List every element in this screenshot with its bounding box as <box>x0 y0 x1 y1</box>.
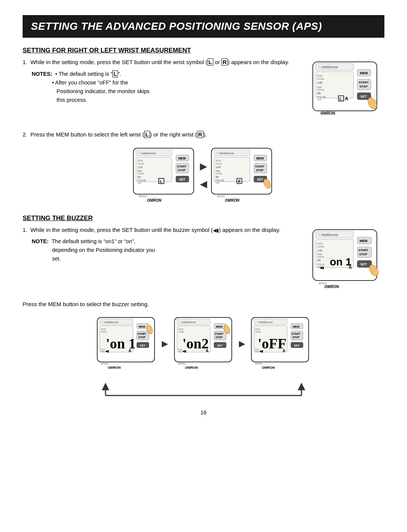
svg-text:MEM: MEM <box>178 156 186 160</box>
svg-text:L: L <box>340 97 342 101</box>
svg-text:START: START <box>177 165 187 168</box>
svg-text:A: A <box>349 265 352 270</box>
buzzer-step1-text-block: 1. While in the setting mode, press the … <box>23 226 301 264</box>
svg-text:MEM: MEM <box>293 325 300 328</box>
svg-text:BP652: BP652 <box>255 362 263 365</box>
step1-number: 1. <box>23 59 28 65</box>
svg-text:85: 85 <box>216 175 219 179</box>
svg-text:SET: SET <box>257 178 263 181</box>
buzzer-devices-row: ♡ Intellisense SYS mmHg 'on 1 PUL /min ◀… <box>23 314 384 373</box>
svg-text:SET: SET <box>360 95 367 98</box>
svg-text:BP652: BP652 <box>101 362 109 365</box>
svg-text:SYS: SYS <box>255 328 260 331</box>
svg-text:135: 135 <box>216 166 221 169</box>
svg-text:MEM: MEM <box>360 239 367 243</box>
svg-text:mmHg: mmHg <box>138 163 144 165</box>
svg-text:L: L <box>160 179 162 184</box>
svg-text:on 1: on 1 <box>330 256 352 268</box>
svg-text:DIA: DIA <box>317 86 322 89</box>
svg-text:135: 135 <box>317 249 323 252</box>
arrow-left: ◄ <box>197 177 210 191</box>
device-R: ♡ Intellisense SYS mmHg 135 DIA mmHg 85 … <box>210 145 275 205</box>
svg-text:STOP: STOP <box>360 85 368 88</box>
svg-text:SET: SET <box>360 262 367 266</box>
svg-text:MEM: MEM <box>256 156 264 160</box>
note-text2: depending on the Positioning indicator y… <box>52 247 155 253</box>
svg-text:mmHg: mmHg <box>216 172 222 175</box>
svg-text:MEM: MEM <box>216 325 223 328</box>
svg-text:PULSE: PULSE <box>317 96 326 98</box>
svg-text:A: A <box>206 349 208 353</box>
svg-text:85: 85 <box>317 92 321 95</box>
svg-text:♡ Intellisense: ♡ Intellisense <box>178 320 196 324</box>
page-title: SETTING THE ADVANCED POSITIONING SENSOR … <box>23 15 384 38</box>
notes-block: NOTES: • The default setting is “L”. • A… <box>32 70 301 105</box>
svg-text:/min: /min <box>101 350 105 353</box>
svg-text:♡ Intellisense: ♡ Intellisense <box>317 65 338 69</box>
arrows-between: ► ◄ <box>197 159 210 191</box>
svg-text:85: 85 <box>317 259 321 262</box>
svg-text:/min: /min <box>317 98 321 101</box>
svg-text:PULSE: PULSE <box>216 179 224 182</box>
svg-text:SYS: SYS <box>101 328 106 331</box>
svg-text:STOP: STOP <box>178 169 185 172</box>
svg-text:mmHg: mmHg <box>255 331 261 333</box>
svg-text:R: R <box>238 179 241 184</box>
page-number: 16 <box>23 409 384 415</box>
device-R-svg: ♡ Intellisense SYS mmHg 135 DIA mmHg 85 … <box>210 145 275 205</box>
svg-text:STOP: STOP <box>359 253 367 256</box>
svg-text:DIA: DIA <box>317 253 322 256</box>
svg-marker-159 <box>102 383 109 390</box>
device-on1: ♡ Intellisense SYS mmHg 'on 1 PUL /min ◀… <box>95 314 158 373</box>
svg-text:SET: SET <box>294 344 300 347</box>
svg-text:OMRON: OMRON <box>147 198 162 202</box>
svg-text:/min: /min <box>138 182 141 184</box>
device-oFF-svg: ♡ Intellisense SYS mmHg 'oFF PUL /min ◀▮… <box>249 314 312 373</box>
devices-row-s1-step2: ♡ Intellisense SYS mmHg 125 DIA mmHg 80 … <box>23 145 384 205</box>
svg-text:MEM: MEM <box>360 71 368 75</box>
svg-text:mmHg: mmHg <box>101 331 107 333</box>
svg-text:A: A <box>345 96 349 101</box>
svg-text:/min: /min <box>216 182 219 184</box>
device-L-svg: ♡ Intellisense SYS mmHg 125 DIA mmHg 80 … <box>132 145 197 205</box>
svg-text:mmHg: mmHg <box>178 331 184 333</box>
svg-text:◀▮: ◀▮ <box>320 266 324 270</box>
svg-text:BP652: BP652 <box>217 195 225 198</box>
step1-text-block: 1. While in the setting mode, press the … <box>23 58 301 104</box>
svg-text:◀▮: ◀▮ <box>182 350 186 353</box>
device-on2: ♡ Intellisense SYS mmHg 'on2 PUL /min ◀▮… <box>173 314 235 373</box>
svg-text:OMRON: OMRON <box>108 366 121 369</box>
svg-text:135: 135 <box>317 81 323 84</box>
step2-s1-text: 2. Press the MEM button to select the le… <box>23 130 384 139</box>
svg-text:mmHg: mmHg <box>138 172 144 175</box>
svg-text:START: START <box>292 333 301 335</box>
svg-text:DIA: DIA <box>138 170 142 172</box>
svg-text:◀▮: ◀▮ <box>259 350 263 353</box>
svg-text:SET: SET <box>179 178 185 181</box>
buzzer-device-image: ♡ Intellisense SYS mmHg 135 DIA mmHg 85 … <box>309 226 384 293</box>
svg-text:STOP: STOP <box>138 336 145 339</box>
svg-text:♡ Intellisense: ♡ Intellisense <box>255 320 273 324</box>
svg-text:♡ Intellisense: ♡ Intellisense <box>317 233 338 237</box>
svg-text:◀▮: ◀▮ <box>105 350 109 353</box>
section1-heading: SETTING FOR RIGHT OR LEFT WRIST MEASUREM… <box>23 47 384 54</box>
svg-text:OMRON: OMRON <box>324 285 339 289</box>
svg-text:♡ Intellisense: ♡ Intellisense <box>138 152 156 155</box>
buzzer-device-svg: ♡ Intellisense SYS mmHg 135 DIA mmHg 85 … <box>309 226 381 292</box>
svg-text:♡ Intellisense: ♡ Intellisense <box>216 152 234 155</box>
device-on2-svg: ♡ Intellisense SYS mmHg 'on2 PUL /min ◀▮… <box>173 314 235 373</box>
svg-text:START: START <box>255 165 265 168</box>
section2-heading: SETTING THE BUZZER <box>23 215 384 222</box>
arrow-right: ► <box>197 159 210 173</box>
device-oFF: ♡ Intellisense SYS mmHg 'oFF PUL /min ◀▮… <box>249 314 312 373</box>
svg-text:BP652: BP652 <box>178 362 186 365</box>
note-text3: set. <box>52 256 61 262</box>
step1-text: 1. While in the setting mode, press the … <box>23 58 301 67</box>
svg-text:SYS: SYS <box>178 328 184 331</box>
svg-text:mmHg: mmHg <box>317 245 324 248</box>
svg-text:80: 80 <box>138 175 141 179</box>
device-svg-s1: ♡ Intellisense SYS mmHg 135 DIA mmHg 85 … <box>309 58 381 122</box>
buzzer-note-block: NOTE: The default setting is “on1” or “o… <box>32 237 301 264</box>
large-u-arrow <box>23 379 384 398</box>
svg-text:/min: /min <box>255 350 259 353</box>
